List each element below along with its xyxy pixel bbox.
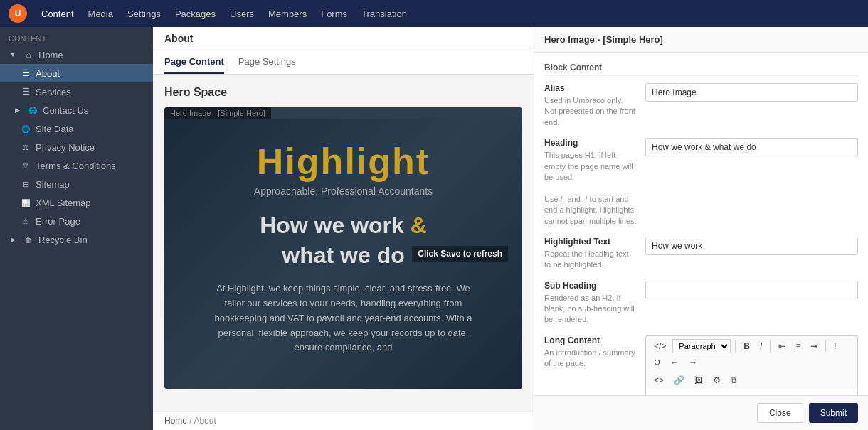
- panel-title: Hero Image - [Simple Hero]: [544, 34, 663, 45]
- submit-button[interactable]: Submit: [809, 403, 858, 423]
- rte-indent-btn[interactable]: →: [685, 356, 701, 369]
- sidebar-item-error[interactable]: Error Page: [0, 212, 153, 230]
- content-area: About Page Content Page Settings Hero Sp…: [153, 27, 534, 430]
- field-hint-subheading: Rendered as an H2. If blank, no sub-head…: [544, 293, 637, 326]
- panel-footer: Close Submit: [534, 395, 868, 430]
- expand-icon-recycle: [7, 234, 18, 245]
- sidebar-label-recycle: Recycle Bin: [38, 235, 88, 245]
- error-icon: [20, 215, 31, 227]
- panel-scroll: Block Content Alias Used in Umbraco only…: [534, 53, 868, 395]
- sidebar-item-sitemap[interactable]: Sitemap: [0, 175, 153, 193]
- rte-link-btn[interactable]: 🔗: [670, 374, 688, 387]
- sidebar-item-privacy[interactable]: Privacy Notice: [0, 138, 153, 156]
- field-row-subheading: Sub Heading Rendered as an H2. If blank,…: [544, 281, 858, 326]
- sidebar-item-about[interactable]: About: [0, 64, 153, 82]
- sidebar-item-terms[interactable]: Terms & Conditions: [0, 156, 153, 175]
- nav-item-users[interactable]: Users: [230, 6, 254, 22]
- nav-item-settings[interactable]: Settings: [127, 6, 161, 22]
- globe-icon-site: [20, 123, 31, 134]
- hero-block-label: Hero Image - [Simple Hero]: [164, 107, 271, 119]
- hero-body-text: At Highlight, we keep things simple, cle…: [208, 281, 479, 355]
- sidebar-item-contact-us[interactable]: Contact Us: [0, 101, 153, 119]
- hero-space-title: Hero Space: [164, 86, 522, 99]
- highlighted-text-input[interactable]: [645, 237, 858, 255]
- right-panel: Hero Image - [Simple Hero] Block Content…: [534, 27, 868, 430]
- field-input-col-heading: [645, 138, 858, 227]
- rte-outdent-btn[interactable]: ←: [667, 356, 682, 369]
- rte-settings-btn[interactable]: ⚙: [709, 374, 724, 387]
- chart-icon-xml: [20, 197, 31, 208]
- sidebar-item-services[interactable]: Services: [0, 82, 153, 101]
- rte-list-btn[interactable]: ⁝: [830, 340, 840, 353]
- expand-icon-contact: [11, 104, 23, 116]
- nav-item-translation[interactable]: Translation: [361, 6, 407, 22]
- tab-page-content[interactable]: Page Content: [164, 50, 224, 74]
- field-row-heading: Heading This pages H1, if left empty the…: [544, 138, 858, 227]
- sidebar-item-recycle[interactable]: Recycle Bin: [0, 230, 153, 249]
- sidebar-label-error: Error Page: [36, 216, 80, 227]
- sub-heading-input[interactable]: [645, 281, 858, 299]
- field-label-col-heading: Heading This pages H1, if left empty the…: [544, 138, 637, 227]
- rte-paragraph-select[interactable]: Paragraph: [672, 339, 731, 353]
- field-row-long-content: Long Content An introduction / summary o…: [544, 335, 858, 395]
- sitemap-icon: [20, 178, 31, 190]
- tab-page-settings[interactable]: Page Settings: [238, 50, 296, 74]
- sidebar-label-xml-sitemap: XML Sitemap: [36, 198, 91, 208]
- rte-align-center-btn[interactable]: ≡: [792, 340, 804, 353]
- page-icon-about: [20, 68, 31, 79]
- content-header: About: [153, 27, 534, 50]
- sidebar-item-site-data[interactable]: Site Data: [0, 119, 153, 138]
- field-label-col-subheading: Sub Heading Rendered as an H2. If blank,…: [544, 281, 637, 326]
- rte-ordered-list-btn[interactable]: Ω: [650, 356, 664, 369]
- nav-item-forms[interactable]: Forms: [321, 6, 347, 22]
- nav-item-content[interactable]: Content: [41, 6, 74, 22]
- scale-icon-terms: [20, 160, 31, 171]
- field-input-col-highlighted: [645, 237, 858, 271]
- field-label-highlighted: Highlighted Text: [544, 237, 637, 247]
- collapse-icon: [7, 49, 18, 60]
- field-input-col-alias: [645, 83, 858, 128]
- alias-input[interactable]: [645, 83, 858, 102]
- sidebar-label-contact-us: Contact Us: [43, 105, 88, 116]
- rte-image-btn[interactable]: 🖼: [691, 374, 706, 387]
- toolbar-divider-3: [825, 340, 826, 352]
- sidebar-label-sitemap: Sitemap: [36, 179, 70, 190]
- hero-preview-inner: Highlight Approachable, Professional Acc…: [164, 119, 522, 389]
- hero-heading: How we work & what we do: [260, 211, 427, 270]
- rte-container: </> Paragraph B I ⇤ ≡ ⇥ ⁝ Ω: [645, 335, 858, 395]
- nav-item-packages[interactable]: Packages: [175, 6, 216, 22]
- main-layout: Content Home About Services Contact Us S…: [0, 27, 868, 430]
- rte-toolbar-row2: <> 🔗 🖼 ⚙ ⧉: [645, 372, 858, 389]
- rte-toolbar: </> Paragraph B I ⇤ ≡ ⇥ ⁝ Ω: [645, 335, 858, 372]
- breadcrumb-home[interactable]: Home: [164, 416, 187, 426]
- sidebar-item-xml-sitemap[interactable]: XML Sitemap: [0, 193, 153, 212]
- panel-header: Hero Image - [Simple Hero]: [534, 27, 868, 53]
- panel-section-title: Block Content: [544, 63, 858, 76]
- toolbar-divider-2: [770, 340, 771, 352]
- toolbar-divider-1: [735, 340, 736, 352]
- rte-embed-btn[interactable]: ⧉: [727, 374, 741, 387]
- rte-code-btn[interactable]: <>: [650, 374, 667, 387]
- field-label-col-highlighted: Highlighted Text Repeat the Heading text…: [544, 237, 637, 271]
- rte-source-btn[interactable]: </>: [650, 340, 669, 353]
- sidebar-item-home[interactable]: Home: [0, 45, 153, 64]
- field-input-col-subheading: [645, 281, 858, 326]
- rte-align-left-btn[interactable]: ⇤: [775, 340, 789, 353]
- hero-heading-normal: How we work: [260, 213, 411, 238]
- rte-align-right-btn[interactable]: ⇥: [807, 340, 821, 353]
- field-hint-long: An introduction / summary of the page.: [544, 348, 637, 370]
- field-row-alias: Alias Used in Umbraco only. Not presente…: [544, 83, 858, 128]
- rte-italic-btn[interactable]: I: [756, 340, 766, 353]
- heading-input[interactable]: [645, 138, 858, 156]
- nav-item-media[interactable]: Media: [88, 6, 113, 22]
- page-icon-services: [20, 86, 31, 97]
- rte-bold-btn[interactable]: B: [740, 340, 753, 353]
- hero-heading-highlight: &: [411, 213, 427, 238]
- sidebar: Content Home About Services Contact Us S…: [0, 27, 153, 430]
- content-body: Hero Space Hero Image - [Simple Hero] Hi…: [153, 75, 534, 411]
- field-hint-highlighted: Repeat the Heading text to be highlighte…: [544, 249, 637, 271]
- nav-item-members[interactable]: Members: [268, 6, 307, 22]
- field-row-highlighted: Highlighted Text Repeat the Heading text…: [544, 237, 858, 271]
- rte-body[interactable]: At Highlight, we keep things simple, cle…: [645, 389, 858, 395]
- close-button[interactable]: Close: [757, 403, 803, 423]
